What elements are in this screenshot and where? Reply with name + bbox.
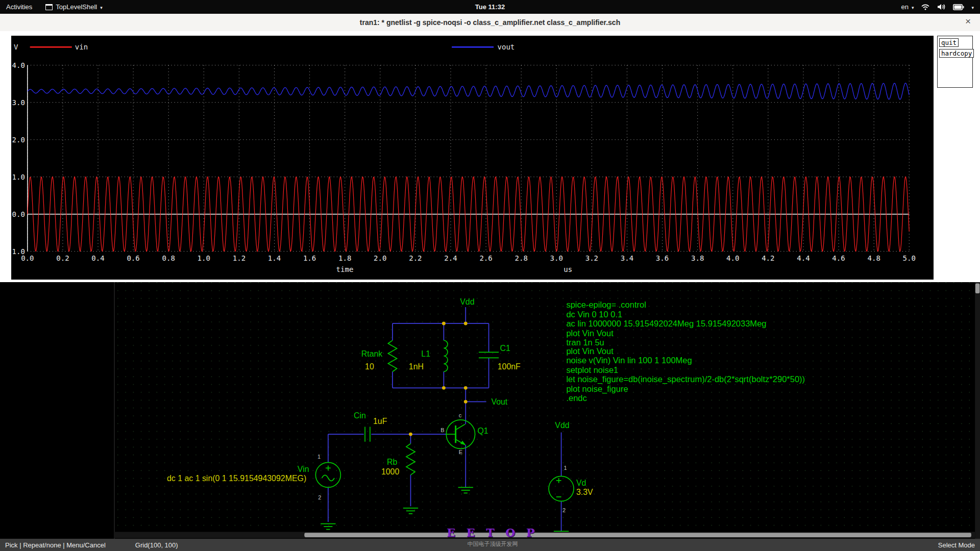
svg-text:ac lin 1000000 15.915492024Meg: ac lin 1000000 15.915492024Meg 15.915492… [566,319,766,329]
value-rtank: 10 [365,362,374,371]
activities-button[interactable]: Activities [6,3,32,11]
y-axis-unit-label: V [14,43,18,51]
v-scrollbar-thumb[interactable] [975,283,980,293]
watermark-logo: E E T O P [439,526,546,539]
status-mode: Pick | Repeat/none | Menu/Cancel [5,541,106,549]
close-button[interactable]: × [965,16,971,27]
chevron-down-icon: ▾ [100,5,103,10]
gschem-canvas-area: Vdd Vdd Vout Rtank 10 L1 1nH C1 100nF Ci… [0,282,980,539]
value-cin: 1uF [373,417,387,425]
refdes-c1: C1 [500,344,510,353]
value-vd: 3.3V [576,488,593,496]
clock[interactable]: Tue 11:32 [0,3,980,11]
svg-text:1.6: 1.6 [303,254,316,262]
refdes-vd: Vd [576,479,586,487]
volume-icon [937,4,946,10]
refdes-cin: Cin [354,411,366,420]
language-indicator[interactable]: en ▾ [901,3,914,11]
refdes-rtank: Rtank [361,349,383,358]
window-titlebar[interactable]: tran1: * gnetlist -g spice-noqsi -o clas… [0,14,980,32]
pin-label: E [459,449,462,455]
svg-text:2.2: 2.2 [409,254,422,262]
grid-dots [114,282,975,539]
svg-text:4.8: 4.8 [867,254,880,262]
svg-text:2.6: 2.6 [479,254,492,262]
svg-text:plot Vin Vout: plot Vin Vout [566,328,614,338]
svg-text:4.6: 4.6 [832,254,845,262]
svg-text:3.8: 3.8 [691,254,704,262]
value-rb: 1000 [381,467,400,476]
chevron-down-icon[interactable]: ▾ [971,5,974,10]
battery-icon [953,4,964,10]
refdes-rb: Rb [387,458,397,466]
schematic-canvas[interactable]: Vdd Vdd Vout Rtank 10 L1 1nH C1 100nF Ci… [0,282,980,539]
refdes-vin: Vin [298,465,309,473]
chevron-down-icon: ▾ [912,5,914,10]
svg-text:-1.0: -1.0 [11,247,25,256]
svg-text:setplot noise1: setplot noise1 [566,365,618,375]
svg-text:5.0: 5.0 [903,254,916,262]
svg-text:1.0: 1.0 [198,254,210,262]
svg-text:spice-epilog= .control: spice-epilog= .control [566,300,646,310]
svg-text:3.2: 3.2 [585,254,598,262]
svg-text:plot noise_figure: plot noise_figure [566,384,628,394]
svg-text:.endc: .endc [566,393,586,403]
hardcopy-button[interactable]: hardcopy [939,49,974,58]
svg-text:4.0: 4.0 [726,254,739,262]
svg-text:2.0: 2.0 [12,136,25,144]
pin-label: 1 [564,465,567,471]
pin-label: B [440,427,444,433]
watermark-subtitle: 中国电子顶级开发网 [439,540,546,548]
app-menu-button[interactable]: TopLevelShell ▾ [45,3,102,11]
svg-text:0.6: 0.6 [127,254,139,262]
refdes-q1: Q1 [478,427,488,435]
svg-text:2.8: 2.8 [514,254,527,262]
svg-text:noise v(Vin) Vin lin 100 1 100: noise v(Vin) Vin lin 100 1 100Meg [566,356,692,365]
legend-vin-label: vin [75,43,88,51]
svg-text:plot Vin Vout: plot Vin Vout [566,346,614,356]
pin-label: 2 [562,507,566,513]
svg-text:1.0: 1.0 [12,173,25,181]
svg-text:4.2: 4.2 [762,254,774,262]
svg-text:4.4: 4.4 [797,254,810,262]
value-l1: 1nH [409,362,424,371]
net-label-vdd2: Vdd [555,421,569,430]
svg-text:3.0: 3.0 [550,254,563,262]
pin-label: 1 [317,454,321,460]
plot-button-panel: quit hardcopy [937,36,973,88]
app-menu-label: TopLevelShell [56,3,97,11]
net-label-vdd: Vdd [460,297,474,306]
svg-text:1.2: 1.2 [233,254,246,262]
status-grid: Grid(100, 100) [135,541,178,549]
svg-text:1.8: 1.8 [338,254,351,262]
svg-text:let noise_figure=db(inoise_spe: let noise_figure=db(inoise_spectrum)/2-d… [566,374,805,384]
top-bar: Activities TopLevelShell ▾ Tue 11:32 en … [0,0,980,14]
svg-text:3.4: 3.4 [621,254,633,262]
h-scrollbar-thumb[interactable] [304,533,971,537]
svg-text:0.8: 0.8 [162,254,175,262]
svg-text:0.0: 0.0 [12,210,25,218]
svg-text:0.4: 0.4 [91,254,104,262]
svg-text:tran 1n 5u: tran 1n 5u [566,338,604,347]
window-icon [45,4,53,10]
wifi-icon [921,4,930,10]
plot-background [11,36,934,279]
svg-text:3.6: 3.6 [656,254,669,262]
svg-text:0.2: 0.2 [56,254,69,262]
svg-text:dc Vin 0 10 0.1: dc Vin 0 10 0.1 [566,310,622,319]
x-axis-label: time [336,265,354,273]
ngspice-plot-window: 0.00.20.40.60.81.01.21.41.61.82.02.22.42… [0,31,980,282]
pin-label: c [459,412,462,418]
svg-text:3.0: 3.0 [12,98,25,107]
status-select-mode: Select Mode [938,541,975,549]
window-title: tran1: * gnetlist -g spice-noqsi -o clas… [360,18,620,27]
svg-text:2.4: 2.4 [444,254,457,262]
v-scrollbar-track[interactable] [975,282,980,539]
quit-button[interactable]: quit [939,38,959,47]
svg-text:4.0: 4.0 [12,61,25,69]
legend-vout-label: vout [497,43,514,51]
svg-text:2.0: 2.0 [374,254,386,262]
value-vin: dc 1 ac 1 sin(0 1 15.9154943092MEG) [167,474,306,483]
svg-text:1.4: 1.4 [268,254,281,262]
x-axis-unit: us [564,265,572,273]
